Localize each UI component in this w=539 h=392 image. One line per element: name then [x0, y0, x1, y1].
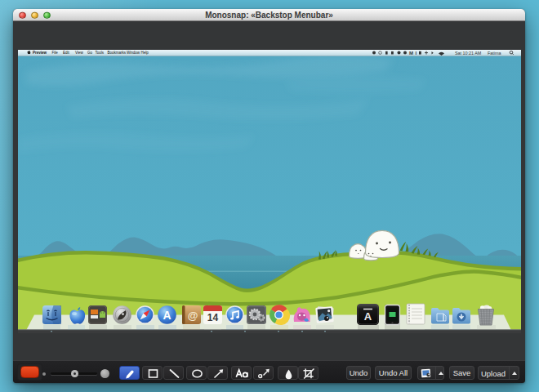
svg-text:M: M	[409, 51, 413, 56]
svg-text:Fatima: Fatima	[488, 51, 501, 56]
svg-text:A: A	[364, 310, 372, 323]
svg-text:A: A	[163, 309, 171, 322]
svg-text:Sat 10:21 AM: Sat 10:21 AM	[455, 51, 482, 56]
svg-text:14: 14	[207, 312, 219, 323]
svg-text:I: I	[416, 51, 417, 56]
svg-text:@: @	[188, 310, 198, 322]
